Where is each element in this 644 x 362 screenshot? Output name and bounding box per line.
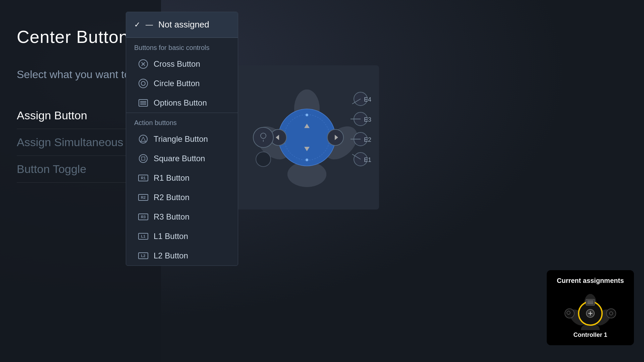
options-button-icon	[138, 98, 148, 108]
l1-button-label: L1 Button	[154, 232, 188, 241]
menu-item-assign-button[interactable]: Assign Button	[17, 102, 144, 129]
r1-button-label: R1 Button	[154, 173, 190, 183]
circle-button-label: Circle Button	[154, 79, 200, 88]
r3-button-label: R3 Button	[154, 212, 190, 222]
controller-svg: E4 E3 E2 E1	[235, 65, 379, 209]
svg-rect-1	[140, 101, 146, 102]
dropdown-panel: ✓ — Not assigned Buttons for basic contr…	[126, 12, 238, 266]
dropdown-item-triangle-button[interactable]: Triangle Button	[126, 129, 238, 149]
dropdown-item-square-button[interactable]: Square Button	[126, 149, 238, 168]
cross-button-icon	[138, 59, 148, 69]
svg-point-32	[256, 152, 271, 167]
r1-button-icon: R1	[138, 173, 148, 183]
circle-button-icon	[138, 78, 148, 88]
page-title: Center Button	[17, 27, 144, 47]
svg-point-19	[306, 114, 308, 116]
l2-button-icon: L2	[138, 251, 148, 261]
square-button-icon	[138, 154, 148, 164]
square-button-label: Square Button	[154, 154, 205, 163]
checkmark-icon: ✓	[134, 20, 140, 29]
r2-button-label: R2 Button	[154, 193, 190, 202]
dropdown-item-l1-button[interactable]: L1 L1 Button	[126, 227, 238, 246]
options-button-label: Options Button	[154, 98, 207, 108]
section-label-basic-controls: Buttons for basic controls	[126, 38, 238, 54]
not-assigned-label: Not assigned	[158, 19, 209, 30]
dropdown-item-options-button[interactable]: Options Button	[126, 93, 238, 113]
svg-point-21	[306, 159, 308, 161]
svg-point-59	[606, 309, 616, 318]
svg-point-57	[565, 309, 574, 318]
section-label-action-buttons: Action buttons	[126, 113, 238, 129]
dropdown-item-l2-button[interactable]: L2 L2 Button	[126, 246, 238, 265]
l1-button-icon: L1	[138, 231, 148, 241]
svg-text:E4: E4	[364, 96, 371, 103]
dropdown-item-r1-button[interactable]: R1 R1 Button	[126, 168, 238, 188]
svg-text:E2: E2	[364, 136, 371, 143]
menu-item-assign-simultaneous[interactable]: Assign Simultaneous Pre	[17, 129, 144, 156]
r2-button-icon: R2	[138, 192, 148, 202]
controller-label: Controller 1	[553, 331, 627, 339]
current-assignments-panel: Current assignments Controller 1	[547, 270, 634, 345]
menu-item-button-toggle[interactable]: Button Toggle	[17, 156, 144, 183]
mini-controller-svg	[557, 290, 624, 330]
dropdown-not-assigned-item[interactable]: ✓ — Not assigned	[126, 12, 238, 38]
svg-point-4	[139, 135, 147, 143]
svg-point-29	[253, 127, 273, 147]
dropdown-item-cross-button[interactable]: Cross Button	[126, 54, 238, 74]
dropdown-item-r2-button[interactable]: R2 R2 Button	[126, 188, 238, 207]
dropdown-item-circle-button[interactable]: Circle Button	[126, 74, 238, 93]
svg-marker-5	[141, 137, 146, 141]
dropdown-item-r3-button[interactable]: R3 R3 Button	[126, 207, 238, 227]
svg-rect-2	[140, 103, 146, 103]
triangle-button-icon	[138, 134, 148, 144]
dash-icon: —	[146, 20, 153, 29]
svg-rect-7	[142, 157, 145, 160]
svg-text:E3: E3	[364, 116, 371, 123]
svg-rect-3	[140, 104, 146, 105]
r3-button-icon: R3	[138, 212, 148, 222]
svg-point-16	[278, 109, 335, 166]
triangle-button-label: Triangle Button	[154, 134, 208, 144]
controller-diagram-area: E4 E3 E2 E1	[235, 65, 379, 209]
current-assignments-title: Current assignments	[553, 277, 627, 285]
svg-point-6	[139, 155, 147, 163]
select-description: Select what you want to a	[17, 67, 144, 82]
cross-button-label: Cross Button	[154, 59, 200, 69]
l2-button-label: L2 Button	[154, 251, 188, 260]
svg-text:E1: E1	[364, 157, 371, 163]
